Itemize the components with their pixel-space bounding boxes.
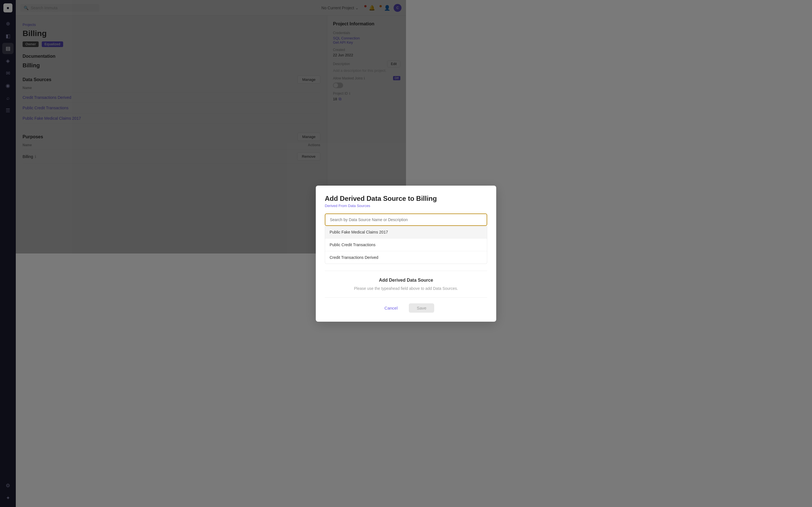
modal-title: Add Derived Data Source to Billing [325, 194, 406, 203]
dropdown-item[interactable]: Public Credit Transactions [325, 238, 406, 251]
modal-search-input[interactable] [325, 214, 406, 226]
modal-overlay: Add Derived Data Source to Billing Deriv… [0, 0, 406, 253]
dropdown-item[interactable]: Credit Transactions Derived [325, 251, 406, 254]
modal: Add Derived Data Source to Billing Deriv… [316, 186, 406, 254]
modal-subtitle: Derived From Data Sources [325, 204, 406, 208]
dropdown-item[interactable]: Public Fake Medical Claims 2017 [325, 226, 406, 238]
dropdown-list: Public Fake Medical Claims 2017 Public C… [325, 226, 406, 254]
